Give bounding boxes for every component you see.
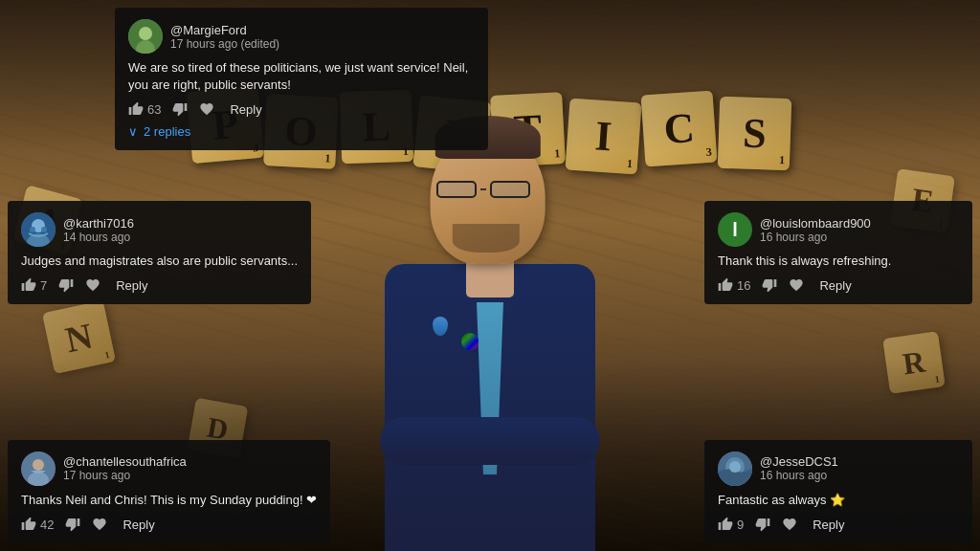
avatar-louis: l — [718, 212, 752, 247]
avatar-karthi — [21, 212, 56, 247]
comment-jesse: @JesseDCS1 16 hours ago Fantastic as alw… — [704, 440, 972, 543]
thumbs-up-louis[interactable]: 16 — [718, 277, 750, 293]
thumbs-down-chantelle[interactable] — [65, 517, 80, 532]
comment-meta-margie: @MargieFord 17 hours ago (edited) — [170, 23, 279, 51]
comment-chantelle: @chantellesouthafrica 17 hours ago Thank… — [8, 440, 330, 543]
timestamp-chantelle: 17 hours ago — [63, 469, 187, 482]
username-chantelle: @chantellesouthafrica — [63, 454, 187, 469]
comment-meta-louis: @louislombaard900 16 hours ago — [760, 216, 871, 244]
reply-btn-jesse[interactable]: Reply — [813, 518, 844, 532]
heart-icon — [199, 101, 214, 117]
comment-meta-karthi: @karthi7016 14 hours ago — [63, 216, 134, 244]
comment-meta-jesse: @JesseDCS1 16 hours ago — [760, 454, 838, 482]
reply-btn-margie[interactable]: Reply — [230, 102, 261, 117]
replies-link-margie[interactable]: ∨ 2 replies — [128, 124, 475, 139]
thumbs-down-icon — [172, 101, 188, 117]
thumbs-down-karthi[interactable] — [58, 277, 74, 293]
heart-margie[interactable] — [199, 101, 214, 117]
comment-actions-louis: 16 Reply — [718, 277, 959, 293]
thumbs-down-jesse[interactable] — [755, 517, 770, 532]
like-count-margie: 63 — [147, 102, 161, 117]
thumbs-down-icon — [755, 517, 770, 532]
thumbs-up-icon — [128, 101, 144, 117]
heart-louis[interactable] — [789, 277, 804, 293]
comment-text-margie: We are so tired of these politicians, we… — [128, 59, 475, 94]
heart-icon — [782, 517, 797, 532]
thumbs-down-icon — [58, 277, 74, 293]
comment-text-chantelle: Thanks Neil and Chris! This is my Sunday… — [21, 492, 317, 509]
thumbs-down-margie[interactable] — [172, 101, 188, 117]
thumbs-up-icon — [21, 277, 36, 293]
comment-louis: l @louislombaard900 16 hours ago Thank t… — [704, 201, 972, 304]
like-count-jesse: 9 — [737, 518, 744, 532]
comment-meta-chantelle: @chantellesouthafrica 17 hours ago — [63, 454, 187, 482]
thumbs-up-icon — [718, 277, 733, 293]
heart-chantelle[interactable] — [92, 517, 107, 532]
heart-icon — [85, 277, 100, 293]
heart-karthi[interactable] — [85, 277, 100, 293]
comment-actions-jesse: 9 Reply — [718, 517, 959, 532]
thumbs-up-jesse[interactable]: 9 — [718, 517, 744, 532]
timestamp-jesse: 16 hours ago — [760, 469, 838, 482]
username-jesse: @JesseDCS1 — [760, 454, 838, 469]
avatar-margie — [128, 19, 163, 54]
comment-karthi: @karthi7016 14 hours ago Judges and magi… — [8, 201, 311, 304]
comment-text-louis: Thank this is always refreshing. — [718, 253, 959, 270]
username-margie: @MargieFord — [170, 23, 279, 37]
comment-margie: @MargieFord 17 hours ago (edited) We are… — [115, 8, 488, 150]
comment-header-chantelle: @chantellesouthafrica 17 hours ago — [21, 452, 317, 486]
replies-count-margie: 2 replies — [144, 124, 190, 139]
thumbs-down-icon — [762, 277, 777, 293]
avatar-jesse — [718, 452, 752, 486]
reply-btn-karthi[interactable]: Reply — [116, 278, 147, 293]
like-count-karthi: 7 — [40, 278, 47, 293]
reply-btn-chantelle[interactable]: Reply — [122, 518, 154, 532]
thumbs-up-chantelle[interactable]: 42 — [21, 517, 54, 532]
comment-text-jesse: Fantastic as always ⭐ — [718, 492, 959, 509]
username-louis: @louislombaard900 — [760, 216, 871, 231]
thumbs-down-icon — [65, 517, 80, 532]
comment-header-margie: @MargieFord 17 hours ago (edited) — [128, 19, 475, 54]
svg-point-6 — [30, 227, 35, 232]
svg-point-7 — [41, 227, 47, 232]
heart-jesse[interactable] — [782, 517, 797, 532]
comment-actions-karthi: 7 Reply — [21, 277, 298, 293]
thumbs-up-margie[interactable]: 63 — [128, 101, 161, 117]
thumbs-down-louis[interactable] — [762, 277, 777, 293]
timestamp-louis: 16 hours ago — [760, 231, 871, 244]
comment-text-karthi: Judges and magistrates also are public s… — [21, 253, 298, 270]
like-count-louis: 16 — [737, 278, 750, 293]
username-karthi: @karthi7016 — [63, 216, 134, 231]
comment-header-louis: l @louislombaard900 16 hours ago — [718, 212, 959, 247]
avatar-chantelle — [21, 452, 56, 486]
chevron-down-icon-margie: ∨ — [128, 124, 138, 139]
heart-icon — [789, 277, 804, 293]
thumbs-up-karthi[interactable]: 7 — [21, 277, 47, 293]
thumbs-up-icon — [21, 517, 36, 532]
comment-actions-margie: 63 Reply — [128, 101, 475, 117]
like-count-chantelle: 42 — [40, 518, 54, 532]
svg-point-14 — [729, 461, 741, 473]
svg-point-9 — [33, 459, 44, 471]
person-figure — [346, 140, 634, 551]
timestamp-margie: 17 hours ago (edited) — [170, 37, 279, 51]
svg-point-1 — [139, 27, 152, 40]
comment-actions-chantelle: 42 Reply — [21, 517, 317, 532]
comment-header-jesse: @JesseDCS1 16 hours ago — [718, 452, 959, 486]
comment-header-karthi: @karthi7016 14 hours ago — [21, 212, 298, 247]
reply-btn-louis[interactable]: Reply — [819, 278, 851, 293]
heart-icon — [92, 517, 107, 532]
thumbs-up-icon — [718, 517, 733, 532]
timestamp-karthi: 14 hours ago — [63, 231, 134, 244]
